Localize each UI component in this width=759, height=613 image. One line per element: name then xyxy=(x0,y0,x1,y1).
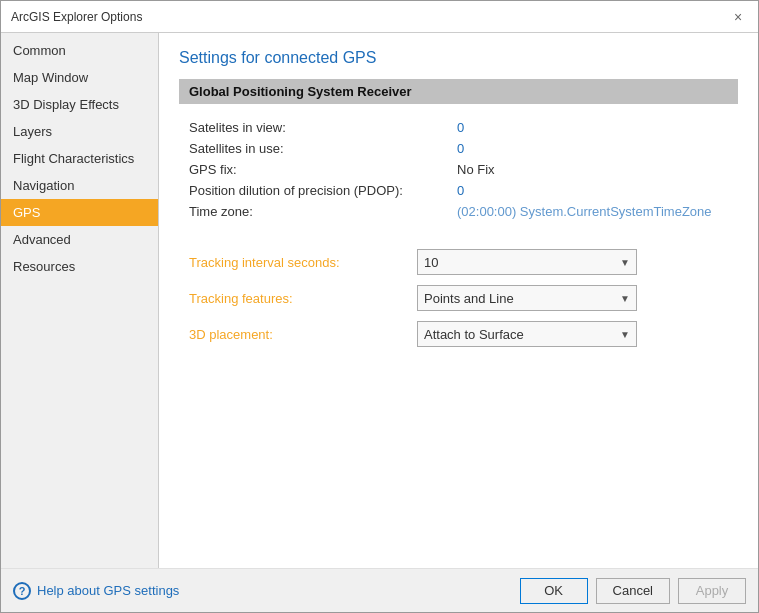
info-value-gps-fix: No Fix xyxy=(457,162,728,177)
close-button[interactable]: × xyxy=(728,7,748,27)
settings-label-tracking-interval: Tracking interval seconds: xyxy=(189,249,409,275)
sidebar-item-common[interactable]: Common xyxy=(1,37,158,64)
settings-label-tracking-features: Tracking features: xyxy=(189,285,409,311)
page-title: Settings for connected GPS xyxy=(179,49,738,67)
tracking-features-dropdown[interactable]: Points and Line ▼ xyxy=(417,285,637,311)
help-link[interactable]: ? Help about GPS settings xyxy=(13,582,179,600)
help-link-text: Help about GPS settings xyxy=(37,583,179,598)
tracking-interval-dropdown[interactable]: 10 ▼ xyxy=(417,249,637,275)
info-label-satellites-view: Satelites in view: xyxy=(189,120,449,135)
3d-placement-arrow: ▼ xyxy=(620,329,630,340)
section-header: Global Positioning System Receiver xyxy=(179,79,738,104)
info-value-satellites-use: 0 xyxy=(457,141,728,156)
main-window: ArcGIS Explorer Options × Common Map Win… xyxy=(0,0,759,613)
help-icon: ? xyxy=(13,582,31,600)
sidebar-item-navigation[interactable]: Navigation xyxy=(1,172,158,199)
info-label-gps-fix: GPS fix: xyxy=(189,162,449,177)
tracking-features-arrow: ▼ xyxy=(620,293,630,304)
sidebar-item-layers[interactable]: Layers xyxy=(1,118,158,145)
cancel-button[interactable]: Cancel xyxy=(596,578,670,604)
main-content: Settings for connected GPS Global Positi… xyxy=(159,33,758,568)
ok-button[interactable]: OK xyxy=(520,578,588,604)
info-label-satellites-use: Satellites in use: xyxy=(189,141,449,156)
settings-value-tracking-interval: 10 ▼ xyxy=(417,249,728,275)
sidebar-item-advanced[interactable]: Advanced xyxy=(1,226,158,253)
sidebar: Common Map Window 3D Display Effects Lay… xyxy=(1,33,159,568)
dialog-buttons: OK Cancel Apply xyxy=(520,578,746,604)
info-label-pdop: Position dilution of precision (PDOP): xyxy=(189,183,449,198)
settings-value-tracking-features: Points and Line ▼ xyxy=(417,285,728,311)
footer: ? Help about GPS settings OK Cancel Appl… xyxy=(1,568,758,612)
window-title: ArcGIS Explorer Options xyxy=(11,10,142,24)
tracking-interval-value: 10 xyxy=(424,255,438,270)
info-value-satellites-view: 0 xyxy=(457,120,728,135)
info-label-timezone: Time zone: xyxy=(189,204,449,219)
sidebar-item-gps[interactable]: GPS xyxy=(1,199,158,226)
settings-value-3d-placement: Attach to Surface ▼ xyxy=(417,321,728,347)
info-value-pdop: 0 xyxy=(457,183,728,198)
settings-label-3d-placement: 3D placement: xyxy=(189,321,409,347)
sidebar-item-map-window[interactable]: Map Window xyxy=(1,64,158,91)
sidebar-item-3d-display-effects[interactable]: 3D Display Effects xyxy=(1,91,158,118)
info-grid: Satelites in view: 0 Satellites in use: … xyxy=(179,120,738,219)
settings-grid: Tracking interval seconds: 10 ▼ Tracking… xyxy=(179,249,738,347)
info-value-timezone: (02:00:00) System.CurrentSystemTimeZone xyxy=(457,204,728,219)
tracking-features-value: Points and Line xyxy=(424,291,514,306)
tracking-interval-arrow: ▼ xyxy=(620,257,630,268)
content-area: Common Map Window 3D Display Effects Lay… xyxy=(1,33,758,568)
title-bar: ArcGIS Explorer Options × xyxy=(1,1,758,33)
3d-placement-dropdown[interactable]: Attach to Surface ▼ xyxy=(417,321,637,347)
apply-button[interactable]: Apply xyxy=(678,578,746,604)
3d-placement-value: Attach to Surface xyxy=(424,327,524,342)
sidebar-item-flight-characteristics[interactable]: Flight Characteristics xyxy=(1,145,158,172)
sidebar-item-resources[interactable]: Resources xyxy=(1,253,158,280)
